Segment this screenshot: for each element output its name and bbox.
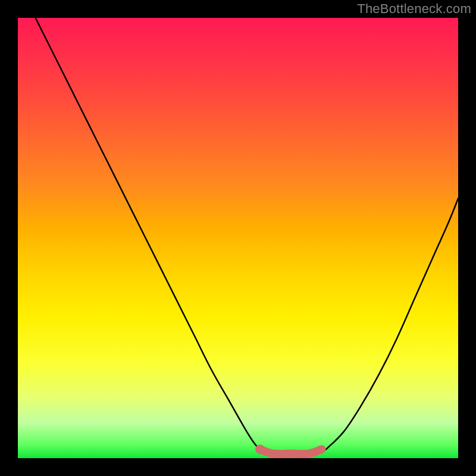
valley-highlight-stroke (260, 449, 322, 454)
watermark-text: TheBottleneck.com (357, 1, 471, 17)
curve-overlay (18, 18, 458, 458)
curve-left-branch (36, 18, 265, 454)
curve-right-branch (326, 198, 458, 449)
valley-highlight-dot (255, 444, 265, 454)
chart-stage: TheBottleneck.com (0, 0, 476, 476)
